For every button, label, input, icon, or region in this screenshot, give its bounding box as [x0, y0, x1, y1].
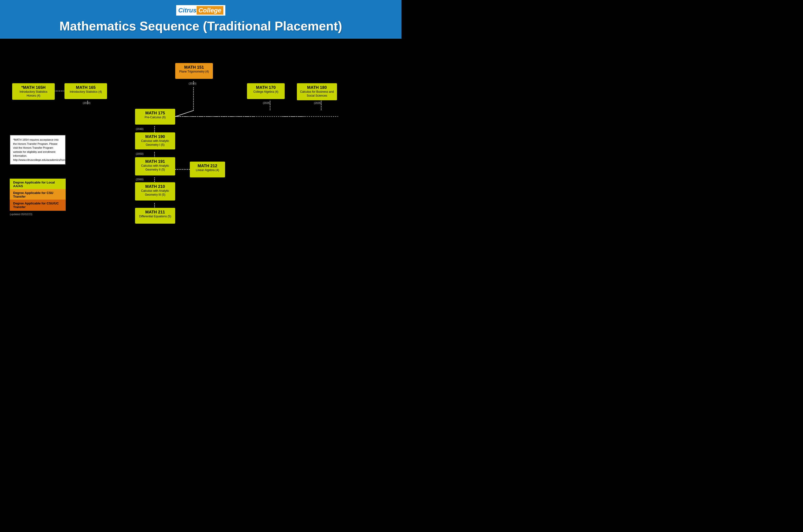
label-2035a: (2035): [263, 101, 271, 104]
page-header: CitrusCollege Mathematics Sequence (Trad…: [0, 0, 402, 39]
course-math180: MATH 180 Calculus for Business and Socia…: [297, 83, 337, 100]
legend-item-3: Degree Applicable for CSU/UC Transfer: [10, 200, 66, 211]
course-math170: MATH 170 College Algebra (4): [247, 83, 285, 99]
course-math165: MATH 165 Introductory Statistics (4): [64, 83, 107, 99]
footnote-box: *MATH 165H requires acceptance into the …: [10, 135, 66, 165]
label-2035b: (2035): [314, 101, 322, 104]
course-math212: MATH 212 Linear Algebra (4): [190, 162, 225, 177]
label-2033: (2033): [189, 82, 196, 85]
label-2040: (2040): [136, 128, 144, 130]
course-name: Calculus with Analytic Geometry II (5): [137, 164, 173, 172]
course-num: MATH 191: [137, 159, 173, 164]
course-name: College Algebra (4): [249, 90, 282, 94]
label-2060: (2060): [136, 178, 144, 181]
course-math210: MATH 210 Calculus with Analytic Geometry…: [135, 182, 175, 201]
course-num: MATH 190: [137, 134, 173, 139]
course-num: MATH 211: [137, 210, 173, 215]
logo-college: College: [197, 6, 223, 15]
svg-line-4: [175, 111, 193, 117]
course-num: *MATH 165H: [15, 85, 52, 90]
course-num: MATH 165: [67, 85, 104, 90]
course-num: MATH 170: [249, 85, 282, 90]
course-name: Plane Trigonometry (4): [178, 70, 210, 74]
course-num: MATH 175: [137, 111, 173, 116]
course-math211: MATH 211 Differential Equations (5): [135, 208, 175, 224]
logo-citrus: Citrus: [178, 6, 196, 14]
course-num: MATH 212: [192, 164, 223, 168]
course-name: Calculus with Analytic Geometry III (5): [137, 189, 173, 197]
course-math175: MATH 175 Pre-Calculus (6): [135, 109, 175, 125]
course-name: Differential Equations (5): [137, 215, 173, 218]
label-2050: (2050): [136, 152, 144, 155]
course-num: MATH 180: [299, 85, 334, 90]
course-name: Calculus with Analytic Geometry I (5): [137, 139, 173, 147]
course-num: MATH 151: [178, 65, 210, 70]
course-name: Linear Algebra (4): [192, 168, 223, 172]
course-name: Pre-Calculus (6): [137, 116, 173, 119]
label-2030: (2030): [83, 101, 91, 104]
course-num: MATH 210: [137, 184, 173, 189]
main-content: *MATH 165H Introductory Statistics Honor…: [0, 39, 402, 258]
page-title: Mathematics Sequence (Traditional Placem…: [5, 19, 397, 33]
course-math165h: *MATH 165H Introductory Statistics Honor…: [12, 83, 55, 100]
course-name: Introductory Statistics (4): [67, 90, 104, 94]
legend-item-1: Degree Applicable for Local AA/AS: [10, 178, 66, 190]
updated-text: (updated 05/02/23): [10, 213, 32, 216]
course-name: Introductory Statistics Honors (4): [15, 90, 52, 98]
course-name: Calculus for Business and Social Science…: [299, 90, 334, 98]
legend-item-2: Degree Applicable for CSU Transfer: [10, 189, 66, 200]
footnote-text: *MATH 165H requires acceptance into the …: [13, 138, 69, 162]
logo: CitrusCollege: [175, 4, 226, 16]
course-math190: MATH 190 Calculus with Analytic Geometry…: [135, 132, 175, 149]
course-math191: MATH 191 Calculus with Analytic Geometry…: [135, 157, 175, 175]
course-math151: MATH 151 Plane Trigonometry (4): [175, 63, 213, 79]
